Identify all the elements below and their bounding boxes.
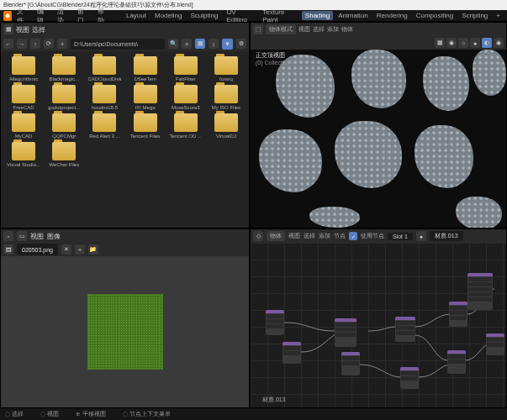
gizmo-icon[interactable]: ▦ [435,38,445,48]
nav-refresh-icon[interactable]: ⟳ [44,39,54,49]
folder-item[interactable]: Tencent OD ... [166,113,205,139]
folder-label: houdini18.5 [86,105,123,110]
fb-menu-view[interactable]: 视图 [16,25,29,34]
editor-type-icon[interactable]: ▦ [3,24,13,34]
folder-item[interactable]: DSeeTem [126,56,165,81]
image-name-field[interactable]: 020503.png [17,244,58,255]
unlink-icon[interactable]: ✕ [61,244,71,255]
image-canvas[interactable] [1,256,249,407]
display-list-icon[interactable]: ≡ [182,39,192,49]
shading-material-icon[interactable]: ◐ [482,38,492,48]
node-canvas[interactable]: 材质.013 [251,243,506,407]
folder-item[interactable]: Red Alert 3 ... [85,113,124,139]
folder-item[interactable]: CADCloudDisk [85,56,124,81]
nav-newfolder-icon[interactable]: + [57,39,67,49]
shading-wire-icon[interactable]: ○ [458,38,468,48]
ne-menu-node[interactable]: 节点 [334,232,346,240]
node[interactable] [400,367,419,389]
image-icon[interactable]: 🖼 [3,244,13,255]
folder-label: My ISO Files [208,105,245,110]
folder-item[interactable]: Tencent Files [126,113,165,139]
path-input[interactable] [71,39,165,50]
node[interactable] [335,318,356,347]
node[interactable] [395,317,415,342]
shading-solid-icon[interactable]: ● [470,38,480,48]
folder-item[interactable]: FreeCAD [4,85,43,110]
folder-item[interactable]: Blackmagic... [45,56,83,81]
blender-logo-icon[interactable]: ◆ [3,11,12,21]
editor-type-icon[interactable]: ◇ [253,231,263,241]
folder-item[interactable]: WeChat Files [45,142,83,167]
open-icon[interactable]: 📁 [88,244,98,255]
folder-item[interactable]: My ISO Files [207,85,246,110]
shading-render-icon[interactable]: ◉ [494,38,504,48]
vp-menu-view[interactable]: 视图 [298,25,310,34]
folder-item[interactable]: FabFilter [166,56,205,81]
node[interactable] [449,302,467,327]
tab-add[interactable]: + [493,11,504,20]
node[interactable] [341,352,360,375]
folder-item[interactable]: MyCAD [4,113,43,139]
tab-compositing[interactable]: Compositing [413,11,457,20]
viewport-canvas[interactable] [251,50,506,228]
folder-icon [52,56,76,75]
node[interactable] [486,333,504,355]
nav-back-icon[interactable]: ← [3,39,13,49]
select-tool-icon[interactable]: ▭ [17,231,27,241]
vp-menu-add[interactable]: 添加 [327,25,339,34]
shader-type[interactable]: 物体 [267,231,285,241]
tab-sculpting[interactable]: Sculpting [187,11,221,20]
tab-rendering[interactable]: Rendering [373,11,411,20]
overlay-icon[interactable]: ◉ [446,38,457,48]
folder-item[interactable]: MuseScore3 [166,85,205,110]
folder-item[interactable]: Allegorithmic [4,56,43,81]
vp-menu-select[interactable]: 选择 [313,25,325,34]
sort-icon[interactable]: ↕ [209,39,219,49]
node[interactable] [467,273,493,310]
folder-label: Tencent OD ... [167,134,204,139]
folder-item[interactable]: godotproject... [45,85,83,110]
display-thumb-icon[interactable]: ▦ [195,39,205,49]
node-editor-panel: ◇ 物体 视图 选择 添加 节点 ✓ 使用节点 Slot 1 ● 材质.013 [250,228,507,408]
material-sphere-icon[interactable]: ● [416,231,426,241]
node[interactable] [283,342,301,364]
node[interactable] [447,350,466,374]
tab-scripting[interactable]: Scripting [458,11,491,20]
vp-menu-object[interactable]: 物体 [341,25,353,34]
node-header: ◇ 物体 视图 选择 添加 节点 ✓ 使用节点 Slot 1 ● 材质.013 [251,229,506,243]
nav-up-icon[interactable]: ↑ [30,39,40,49]
folder-item[interactable]: QQPCMgr [45,113,83,139]
tab-modeling[interactable]: Modeling [151,11,185,20]
nav-fwd-icon[interactable]: → [17,39,27,49]
node[interactable] [266,310,284,335]
settings-icon[interactable]: ⚙ [236,39,246,49]
ne-menu-view[interactable]: 视图 [288,232,300,240]
editor-type-icon[interactable]: ⬚ [253,24,263,34]
filter-icon[interactable]: ▼ [222,39,233,50]
folder-icon [52,113,76,132]
tab-layout[interactable]: Layout [123,11,150,20]
folder-item[interactable]: VirtualDJ [207,113,246,139]
ne-menu-select[interactable]: 选择 [304,232,315,240]
sb-select: ◌ 选择 [5,410,24,418]
folder-item[interactable]: Visual Studio... [4,142,43,167]
editor-type-icon[interactable]: ▫ [3,231,13,241]
img-menu-image[interactable]: 图像 [47,232,61,241]
folder-label: Blackmagic... [45,76,82,81]
folder-label: FreeCAD [5,105,42,110]
tab-animation[interactable]: Animation [335,11,372,20]
folder-item[interactable]: houdini18.5 [85,85,124,110]
folder-item[interactable]: IXI Mega [126,85,165,110]
new-icon[interactable]: + [75,244,85,255]
slot-selector[interactable]: Slot 1 [388,233,413,240]
fb-menu-select[interactable]: 选择 [32,25,45,34]
folder-icon [214,113,238,132]
mode-selector[interactable]: 物体模式 [266,24,296,34]
ne-menu-add[interactable]: 添加 [319,232,330,240]
search-icon[interactable]: 🔍 [168,39,178,49]
use-nodes-checkbox[interactable]: ✓ [349,232,357,240]
img-menu-view[interactable]: 视图 [30,232,44,241]
folder-item[interactable]: foxwq [207,56,246,81]
material-name[interactable]: 材质.013 [430,231,463,241]
tab-shading[interactable]: Shading [302,11,333,20]
